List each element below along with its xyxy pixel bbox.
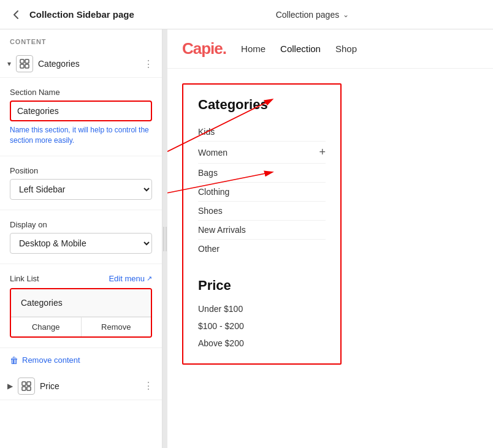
- preview-right: [354, 83, 478, 365]
- categories-section-icon: [16, 55, 33, 72]
- svg-rect-0: [20, 59, 24, 63]
- display-on-select[interactable]: Desktop & Mobile Desktop only Mobile onl…: [10, 233, 152, 254]
- edit-menu-link[interactable]: Edit menu ↗: [109, 274, 152, 283]
- link-list-name-value: Categories: [11, 289, 151, 317]
- svg-rect-2: [20, 64, 24, 68]
- collection-pages-label: Collection pages: [276, 10, 340, 20]
- categories-section-item[interactable]: ▾ Categories ⋮: [0, 50, 162, 78]
- sidebar-scroll: CONTENT ▾ Categories ⋮ Section Name: [0, 29, 162, 448]
- logo-text: Capie: [182, 39, 223, 58]
- site-nav: Capie. Home Collection Shop: [167, 29, 493, 69]
- page-title: Collection Sidebar page: [29, 9, 134, 20]
- remove-button[interactable]: Remove: [82, 317, 151, 336]
- svg-rect-5: [27, 382, 31, 385]
- price-section-icon: [18, 378, 35, 395]
- categories-expand-arrow[interactable]: ▾: [7, 59, 11, 68]
- link-list-header: Link List Edit menu ↗: [10, 274, 152, 283]
- category-name: Kids: [198, 127, 215, 137]
- list-item: Kids: [198, 123, 326, 142]
- section-name-input[interactable]: [10, 101, 152, 121]
- preview-content: Categories Kids Women + Bags: [167, 69, 493, 379]
- trash-icon: 🗑: [10, 355, 18, 365]
- list-item: Clothing: [198, 183, 326, 202]
- price-section-label: Price: [40, 381, 139, 391]
- svg-rect-7: [27, 387, 31, 390]
- price-section-preview: Price Under $100 $100 - $200 Above $200: [198, 278, 326, 351]
- logo-dot: .: [223, 39, 226, 58]
- categories-box-title: Categories: [198, 97, 326, 113]
- list-item: Above $200: [198, 335, 326, 351]
- change-button[interactable]: Change: [11, 317, 82, 336]
- price-list: Under $100 $100 - $200 Above $200: [198, 301, 326, 351]
- category-name: Shoes: [198, 206, 223, 216]
- resize-handle[interactable]: [162, 29, 167, 448]
- link-list-label: Link List: [10, 274, 39, 283]
- display-on-label: Display on: [10, 220, 152, 229]
- collection-pages-dropdown[interactable]: Collection pages ⌄: [276, 10, 350, 20]
- edit-menu-text: Edit menu: [109, 274, 145, 283]
- category-name: Bags: [198, 168, 218, 178]
- categories-section-label: Categories: [38, 59, 139, 69]
- price-expand-arrow[interactable]: ▶: [7, 382, 13, 390]
- site-nav-links: Home Collection Shop: [241, 44, 357, 54]
- position-select[interactable]: Left Sidebar Right Sidebar: [10, 179, 152, 200]
- category-name: New Arrivals: [198, 225, 246, 235]
- category-name: Clothing: [198, 187, 229, 197]
- site-logo: Capie.: [182, 39, 226, 58]
- position-area: Position Left Sidebar Right Sidebar: [0, 156, 162, 210]
- nav-link-collection[interactable]: Collection: [280, 44, 321, 54]
- nav-link-home[interactable]: Home: [241, 44, 266, 54]
- price-section-item[interactable]: ▶ Price ⋮: [0, 373, 162, 400]
- nav-link-shop[interactable]: Shop: [335, 44, 357, 54]
- list-item: $100 - $200: [198, 318, 326, 334]
- category-expand-icon[interactable]: +: [319, 146, 326, 159]
- display-on-area: Display on Desktop & Mobile Desktop only…: [0, 210, 162, 264]
- svg-rect-4: [22, 382, 26, 385]
- list-item: Women +: [198, 142, 326, 164]
- back-button[interactable]: [10, 9, 22, 21]
- remove-content-label: Remove content: [22, 355, 80, 365]
- svg-rect-1: [25, 59, 29, 63]
- content-section-label: CONTENT: [0, 29, 162, 50]
- sidebar-panel: CONTENT ▾ Categories ⋮ Section Name: [0, 29, 162, 448]
- website-preview: Capie. Home Collection Shop: [167, 29, 493, 448]
- list-item: Other: [198, 240, 326, 258]
- svg-rect-6: [22, 387, 26, 390]
- list-item: Under $100: [198, 301, 326, 317]
- position-label: Position: [10, 166, 152, 175]
- categories-box: Categories Kids Women + Bags: [182, 83, 342, 365]
- categories-section-menu-icon[interactable]: ⋮: [143, 58, 155, 70]
- list-item: Bags: [198, 164, 326, 183]
- link-list-box: Categories Change Remove: [10, 288, 152, 338]
- link-list-actions: Change Remove: [11, 317, 151, 336]
- list-item: New Arrivals: [198, 221, 326, 240]
- dropdown-caret-icon: ⌄: [343, 10, 349, 19]
- category-name: Other: [198, 244, 220, 254]
- remove-content-button[interactable]: 🗑 Remove content: [0, 348, 162, 373]
- categories-list: Kids Women + Bags Clothing: [198, 123, 326, 258]
- list-item: Shoes: [198, 202, 326, 221]
- section-name-hint: Name this section, it will help to contr…: [10, 125, 152, 146]
- link-list-area: Link List Edit menu ↗ Categories Change …: [0, 264, 162, 348]
- external-link-icon: ↗: [147, 275, 152, 283]
- topbar: Collection Sidebar page Collection pages…: [0, 0, 493, 29]
- price-section-menu-icon[interactable]: ⋮: [143, 380, 155, 392]
- section-name-area: Section Name Name this section, it will …: [0, 78, 162, 156]
- section-name-label: Section Name: [10, 88, 152, 97]
- main-layout: CONTENT ▾ Categories ⋮ Section Name: [0, 29, 493, 448]
- category-name: Women: [198, 148, 227, 158]
- preview-area: Capie. Home Collection Shop: [167, 29, 493, 448]
- svg-rect-3: [25, 64, 29, 68]
- price-title: Price: [198, 278, 326, 294]
